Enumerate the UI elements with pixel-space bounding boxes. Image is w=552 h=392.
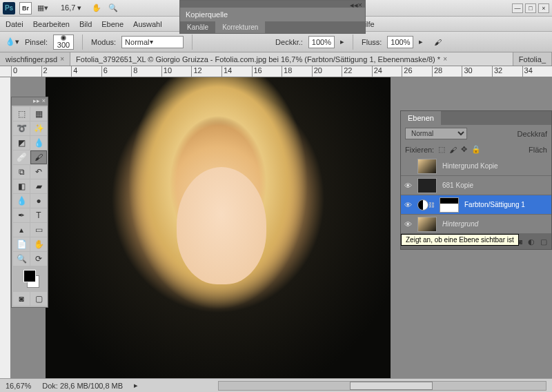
- maximize-button[interactable]: □: [525, 3, 536, 13]
- lock-pixels-icon[interactable]: 🖌: [449, 146, 457, 154]
- doc-tab[interactable]: Fotolia_: [513, 52, 552, 66]
- fill-label: Fläch: [529, 146, 547, 154]
- lock-transparency-icon[interactable]: ⬚: [438, 145, 445, 154]
- layer-thumbnail[interactable]: [417, 217, 437, 232]
- view-extras-icon[interactable]: ▦▾: [36, 2, 50, 14]
- menu-select[interactable]: Auswahl: [133, 20, 162, 28]
- horizontal-scrollbar[interactable]: [218, 381, 546, 391]
- type-tool[interactable]: T: [30, 208, 47, 222]
- eyedropper-tool[interactable]: 💧: [30, 136, 47, 150]
- zoom-tool-icon[interactable]: 🔍: [106, 2, 120, 14]
- panel-title: Kopierquelle: [180, 8, 365, 21]
- smudge-tool-icon[interactable]: 💧▾: [6, 37, 19, 46]
- tooltip: Zeigt an, ob eine Ebene sichtbar ist: [401, 234, 519, 246]
- layer-row[interactable]: 👁 Hintergrund: [401, 215, 551, 234]
- history-brush-tool[interactable]: ↶: [30, 165, 47, 179]
- adjustment-layer-icon[interactable]: ◐: [528, 237, 535, 246]
- layer-row[interactable]: 👁 ⛓ Farbton/Sättigung 1: [401, 195, 551, 215]
- lasso-tool[interactable]: ➰: [13, 121, 30, 135]
- pen-tool[interactable]: ✒: [13, 208, 30, 222]
- lock-label: Fixieren:: [405, 146, 434, 154]
- zoom-percentage[interactable]: 16,67%: [6, 382, 31, 390]
- document-size[interactable]: Dok: 28,6 MB/100,8 MB: [42, 382, 123, 390]
- zoom-tool[interactable]: 🔍: [13, 252, 30, 266]
- group-icon[interactable]: ▢: [540, 237, 547, 246]
- close-icon[interactable]: ×: [358, 1, 362, 8]
- crop-tool[interactable]: ◩: [13, 136, 30, 150]
- rotate-view-tool[interactable]: ⟳: [30, 252, 47, 266]
- visibility-toggle[interactable]: 👁: [401, 201, 415, 209]
- shape-tool[interactable]: ▭: [30, 223, 47, 237]
- horizontal-ruler: 0246810121416182022242628303234: [0, 66, 552, 77]
- document-image: [46, 77, 391, 381]
- close-button[interactable]: ×: [538, 3, 549, 13]
- menu-image[interactable]: Bild: [79, 20, 92, 28]
- opacity-label: Deckkraf: [518, 130, 547, 138]
- lock-position-icon[interactable]: ✥: [461, 145, 467, 154]
- minimize-button[interactable]: —: [512, 3, 523, 13]
- opacity-label: Deckkr.:: [275, 38, 303, 46]
- zoom-level[interactable]: 16,7 ▾: [61, 3, 81, 12]
- visibility-toggle[interactable]: 👁: [401, 182, 415, 190]
- menu-help[interactable]: ilfe: [365, 20, 375, 28]
- blur-tool[interactable]: 💧: [13, 194, 30, 208]
- vertical-ruler: [0, 77, 11, 392]
- collapse-icon[interactable]: ◂◂: [350, 1, 358, 8]
- layer-thumbnail[interactable]: [417, 159, 437, 174]
- hand-tool[interactable]: ✋: [30, 237, 47, 251]
- brush-tool[interactable]: 🖌: [30, 150, 47, 164]
- menu-edit[interactable]: Bearbeiten: [33, 20, 70, 28]
- eraser-tool[interactable]: ◧: [13, 179, 30, 193]
- status-bar: 16,67% Dok: 28,6 MB/100,8 MB ▸: [0, 378, 552, 392]
- adjustment-icon[interactable]: [417, 199, 428, 210]
- blend-mode-select[interactable]: Normal ▾: [121, 36, 184, 48]
- toolbox-header[interactable]: ▸▸ ×: [12, 97, 48, 106]
- gradient-tool[interactable]: ▰: [30, 179, 47, 193]
- stamp-tool[interactable]: ⧉: [13, 165, 30, 179]
- layer-row[interactable]: Hintergrund Kopie: [401, 157, 551, 176]
- mask-thumbnail[interactable]: [440, 197, 459, 213]
- lock-all-icon[interactable]: 🔒: [471, 145, 481, 154]
- hand-tool-icon[interactable]: ✋: [90, 2, 103, 14]
- photoshop-logo-icon[interactable]: Ps: [3, 2, 15, 14]
- status-flyout-icon[interactable]: ▸: [134, 381, 138, 390]
- close-icon[interactable]: ×: [60, 55, 64, 63]
- mode-label: Modus:: [91, 38, 116, 46]
- healing-brush-tool[interactable]: 🩹: [13, 150, 30, 164]
- tab-adjustments[interactable]: Korrekturen: [215, 21, 265, 33]
- tab-channels[interactable]: Kanäle: [180, 21, 215, 33]
- bridge-icon[interactable]: Br: [19, 2, 32, 14]
- link-icon: ⛓: [428, 202, 437, 208]
- brush-preset-picker[interactable]: 300: [53, 35, 74, 50]
- doc-tab[interactable]: wischfinger.psd×: [0, 52, 70, 66]
- visibility-toggle[interactable]: 👁: [401, 220, 415, 228]
- flow-label: Fluss:: [362, 38, 382, 46]
- opacity-flyout-icon[interactable]: ▸: [340, 37, 344, 46]
- layer-row[interactable]: 👁 681 Kopie: [401, 176, 551, 195]
- menu-layer[interactable]: Ebene: [101, 20, 124, 28]
- layers-panel: Ebenen Normal Deckkraf Fixieren: ⬚ 🖌 ✥ 🔒…: [400, 110, 552, 250]
- dodge-tool[interactable]: ●: [30, 194, 47, 208]
- panel-header[interactable]: ◂◂ ×: [180, 1, 365, 8]
- color-swatches[interactable]: [12, 267, 48, 291]
- screen-mode-toggle[interactable]: ▢: [30, 292, 47, 306]
- marquee-tool[interactable]: ▦: [30, 107, 47, 121]
- tab-layers[interactable]: Ebenen: [401, 111, 441, 125]
- brush-label: Pinsel:: [25, 38, 48, 46]
- opacity-input[interactable]: 100%: [308, 36, 335, 48]
- magic-wand-tool[interactable]: ✨: [30, 121, 47, 135]
- clone-source-panel[interactable]: ◂◂ × Kopierquelle Kanäle Korrekturen: [179, 0, 366, 34]
- quickmask-toggle[interactable]: ◙: [13, 292, 30, 306]
- path-select-tool[interactable]: ▴: [13, 223, 30, 237]
- toolbox: ▸▸ × ⬚▦ ➰✨ ◩💧 🩹🖌 ⧉↶ ◧▰ 💧● ✒T ▴▭ 📄✋ 🔍⟳ ◙▢: [11, 97, 48, 308]
- move-tool[interactable]: ⬚: [13, 107, 30, 121]
- foreground-color[interactable]: [23, 270, 36, 282]
- notes-tool[interactable]: 📄: [13, 237, 30, 251]
- layer-list: Hintergrund Kopie 👁 681 Kopie 👁 ⛓ Farbto…: [401, 157, 551, 234]
- layer-thumbnail[interactable]: [417, 178, 437, 193]
- blend-mode-select[interactable]: Normal: [405, 128, 467, 139]
- scrollbar-thumb[interactable]: [350, 382, 433, 390]
- menu-file[interactable]: Datei: [6, 20, 23, 28]
